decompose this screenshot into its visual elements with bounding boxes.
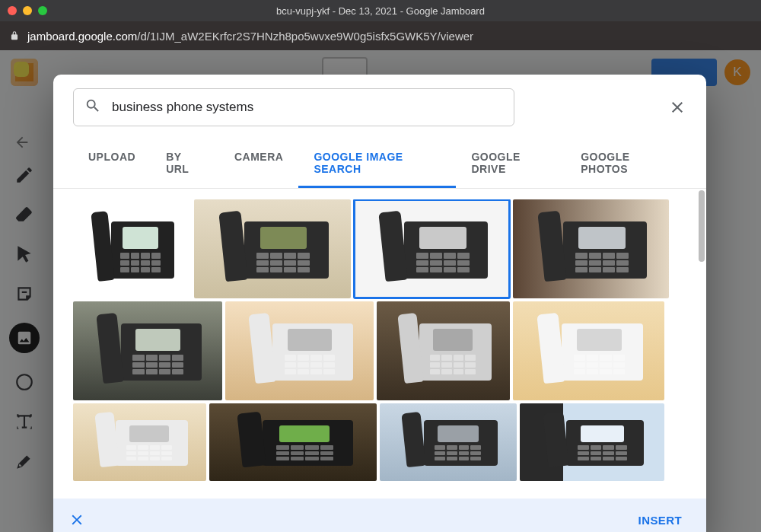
tab-google-drive[interactable]: GOOGLE DRIVE — [456, 142, 565, 188]
tab-google-image-search[interactable]: GOOGLE IMAGE SEARCH — [298, 142, 456, 188]
tab-camera[interactable]: CAMERA — [219, 142, 298, 188]
result-thumbnail[interactable] — [513, 199, 669, 298]
search-row — [53, 75, 706, 134]
window-title: bcu-vupj-ykf - Dec 13, 2021 - Google Jam… — [0, 5, 761, 17]
image-picker-modal: UPLOAD BY URL CAMERA GOOGLE IMAGE SEARCH… — [53, 75, 706, 532]
window-controls — [8, 6, 47, 15]
result-thumbnail[interactable] — [73, 301, 222, 400]
app-area: K UPLOAD BY URL CAMERA GOO — [0, 50, 761, 532]
result-thumbnail[interactable] — [73, 403, 206, 481]
results-area — [53, 189, 706, 499]
result-thumbnail[interactable] — [520, 403, 664, 481]
fullscreen-window-icon[interactable] — [38, 6, 47, 15]
minimize-window-icon[interactable] — [23, 6, 32, 15]
cancel-selection-button[interactable] — [68, 511, 85, 528]
results-grid[interactable] — [73, 199, 699, 499]
window-titlebar: bcu-vupj-ykf - Dec 13, 2021 - Google Jam… — [0, 0, 761, 21]
url-path: /d/1IJM_aW2EKrfcr2S7HNzh8po5wvxe9W0g5isf… — [137, 30, 473, 43]
result-thumbnail[interactable] — [225, 301, 374, 400]
modal-footer: INSERT — [53, 499, 706, 532]
source-tabs: UPLOAD BY URL CAMERA GOOGLE IMAGE SEARCH… — [53, 142, 706, 189]
close-window-icon[interactable] — [8, 6, 17, 15]
tab-by-url[interactable]: BY URL — [151, 142, 219, 188]
url-host: jamboard.google.com — [27, 30, 137, 43]
search-icon — [84, 97, 101, 117]
result-thumbnail[interactable] — [73, 199, 191, 298]
result-thumbnail[interactable] — [354, 199, 510, 298]
scrollbar-thumb[interactable] — [699, 190, 705, 262]
lock-icon — [9, 30, 20, 41]
url-text[interactable]: jamboard.google.com/d/1IJM_aW2EKrfcr2S7H… — [27, 30, 473, 43]
browser-address-bar: jamboard.google.com/d/1IJM_aW2EKrfcr2S7H… — [0, 21, 761, 50]
tab-upload[interactable]: UPLOAD — [73, 142, 151, 188]
result-thumbnail[interactable] — [513, 301, 664, 400]
result-thumbnail[interactable] — [380, 403, 517, 481]
tab-google-photos[interactable]: GOOGLE PHOTOS — [565, 142, 686, 188]
close-modal-button[interactable] — [668, 98, 686, 116]
result-thumbnail[interactable] — [377, 301, 510, 400]
search-input[interactable] — [112, 100, 503, 115]
result-thumbnail[interactable] — [194, 199, 351, 298]
search-box[interactable] — [73, 88, 514, 126]
insert-button[interactable]: INSERT — [629, 508, 691, 533]
result-thumbnail[interactable] — [209, 403, 377, 481]
